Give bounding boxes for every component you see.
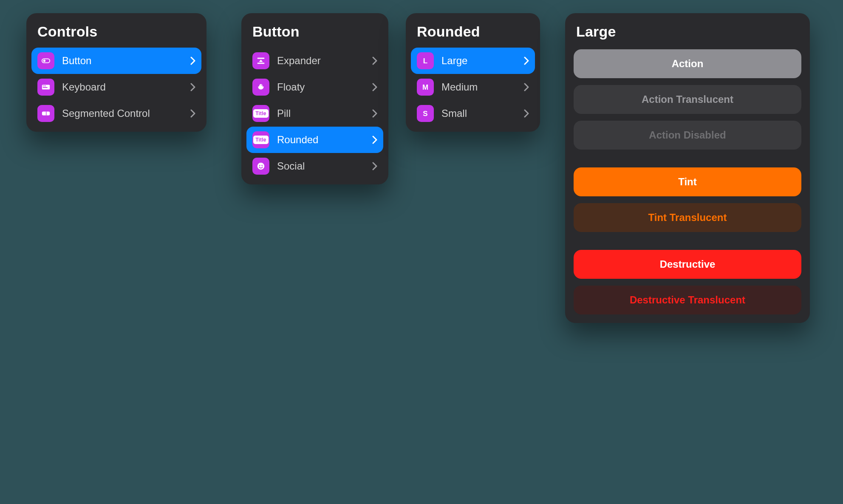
- chevron-right-icon: [190, 83, 195, 91]
- panel-title-controls: Controls: [37, 23, 201, 40]
- title-tag-icon: Title: [252, 131, 269, 148]
- letter-m-icon: M: [417, 79, 434, 96]
- panel-button: Button ExpanderFloatyTitlePillTitleRound…: [241, 13, 388, 184]
- preview-button-destructive[interactable]: Destructive: [574, 250, 801, 279]
- chevron-right-icon: [524, 83, 529, 91]
- panel-list-rounded: LLargeMMediumSSmall: [411, 48, 535, 127]
- list-item-label: Social: [277, 160, 365, 172]
- list-item-small[interactable]: SSmall: [411, 100, 535, 127]
- panel-preview-large: ActionAction TranslucentAction DisabledT…: [570, 48, 805, 314]
- svg-point-1: [43, 59, 46, 62]
- list-item-expander[interactable]: Expander: [246, 48, 383, 74]
- panel-list-controls: ButtonKeyboardSegmented Control: [31, 48, 201, 127]
- list-item-label: Segmented Control: [62, 108, 183, 119]
- panel-title-button: Button: [252, 23, 383, 40]
- svg-rect-5: [45, 85, 46, 86]
- list-item-medium[interactable]: MMedium: [411, 74, 535, 100]
- list-item-keyboard[interactable]: Keyboard: [31, 74, 201, 100]
- svg-point-11: [261, 85, 262, 86]
- list-item-label: Pill: [277, 108, 365, 119]
- chevron-right-icon: [372, 136, 377, 144]
- panel-rounded: Rounded LLargeMMediumSSmall: [406, 13, 540, 132]
- chevron-right-icon: [372, 109, 377, 118]
- list-item-rounded[interactable]: TitleRounded: [246, 127, 383, 153]
- panel-large: Large ActionAction TranslucentAction Dis…: [565, 13, 810, 323]
- keyboard-icon: [37, 79, 54, 96]
- smile-icon: [252, 158, 269, 175]
- svg-rect-6: [43, 87, 48, 88]
- toggle-icon: [37, 52, 54, 69]
- chevron-right-icon: [524, 57, 529, 65]
- duck-icon: [252, 79, 269, 96]
- list-item-label: Floaty: [277, 81, 365, 93]
- chevron-right-icon: [190, 57, 195, 65]
- preview-button-tint-translucent[interactable]: Tint Translucent: [574, 203, 801, 232]
- stage: Controls ButtonKeyboardSegmented Control…: [0, 0, 843, 504]
- preview-button-destructive-translucent[interactable]: Destructive Translucent: [574, 286, 801, 314]
- chevron-right-icon: [524, 109, 529, 118]
- preview-button-action[interactable]: Action: [574, 49, 801, 78]
- list-item-pill[interactable]: TitlePill: [246, 100, 383, 127]
- list-item-segmented-control[interactable]: Segmented Control: [31, 100, 201, 127]
- letter-l-icon: L: [417, 52, 434, 69]
- chevron-right-icon: [372, 83, 377, 91]
- list-item-large[interactable]: LLarge: [411, 48, 535, 74]
- chevron-right-icon: [372, 57, 377, 65]
- panel-title-rounded: Rounded: [417, 23, 535, 40]
- letter-s-icon: S: [417, 105, 434, 122]
- preview-button-action-disabled: Action Disabled: [574, 121, 801, 150]
- expander-icon: [252, 52, 269, 69]
- button-group: ActionAction TranslucentAction Disabled: [570, 48, 805, 150]
- list-item-label: Keyboard: [62, 81, 183, 93]
- button-group: TintTint Translucent: [570, 166, 805, 232]
- svg-point-12: [257, 163, 265, 170]
- svg-point-14: [261, 165, 263, 166]
- list-item-label: Medium: [441, 81, 516, 93]
- svg-rect-9: [257, 58, 265, 59]
- chevron-right-icon: [372, 162, 377, 170]
- panel-controls: Controls ButtonKeyboardSegmented Control: [26, 13, 207, 132]
- preview-button-action-translucent[interactable]: Action Translucent: [574, 85, 801, 114]
- list-item-label: Button: [62, 55, 183, 67]
- chevron-right-icon: [190, 109, 195, 118]
- list-item-floaty[interactable]: Floaty: [246, 74, 383, 100]
- svg-point-13: [259, 165, 260, 166]
- list-item-label: Small: [441, 108, 516, 119]
- svg-rect-4: [44, 85, 45, 86]
- list-item-label: Rounded: [277, 134, 365, 146]
- panel-list-button: ExpanderFloatyTitlePillTitleRoundedSocia…: [246, 48, 383, 179]
- svg-rect-8: [46, 111, 46, 115]
- preview-button-tint[interactable]: Tint: [574, 167, 801, 196]
- svg-rect-10: [257, 63, 265, 64]
- panel-title-large: Large: [576, 23, 805, 40]
- list-item-label: Expander: [277, 55, 365, 67]
- button-group: DestructiveDestructive Translucent: [570, 248, 805, 314]
- list-item-button[interactable]: Button: [31, 48, 201, 74]
- list-item-label: Large: [441, 55, 516, 67]
- segmented-icon: [37, 105, 54, 122]
- svg-rect-3: [43, 85, 44, 86]
- list-item-social[interactable]: Social: [246, 153, 383, 179]
- title-tag-icon: Title: [252, 105, 269, 122]
